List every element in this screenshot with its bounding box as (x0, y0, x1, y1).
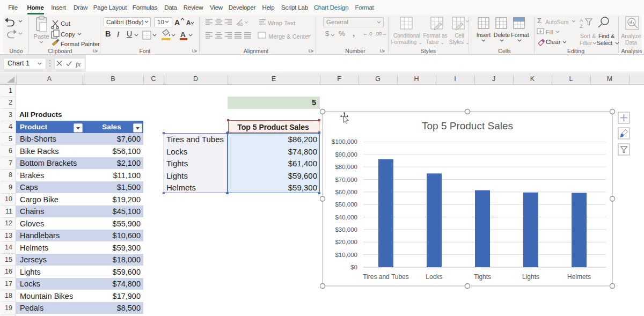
svg-text:$0: $0 (350, 264, 357, 270)
svg-text:A: A (174, 18, 180, 27)
svg-text:$100,000: $100,000 (332, 138, 357, 145)
svg-text:$40,000: $40,000 (335, 214, 357, 221)
svg-text:Tires and Tubes: Tires and Tubes (363, 273, 409, 281)
svg-text:$80,000: $80,000 (335, 164, 357, 170)
svg-text:ab: ab (238, 21, 243, 27)
svg-text:fx: fx (76, 60, 81, 68)
svg-text:Tights: Tights (474, 273, 491, 281)
svg-text:Helmets: Helmets (567, 273, 591, 281)
svg-text:A: A (580, 17, 583, 23)
svg-text:$30,000: $30,000 (335, 226, 357, 233)
svg-text:$10,000: $10,000 (335, 252, 357, 258)
svg-text:$50,000: $50,000 (335, 201, 357, 208)
svg-text:$60,000: $60,000 (335, 189, 357, 195)
svg-text:A: A (180, 31, 186, 39)
svg-text:Z: Z (580, 23, 583, 29)
svg-text:A: A (186, 19, 191, 26)
svg-text:$70,000: $70,000 (335, 177, 357, 183)
svg-text:$20,000: $20,000 (335, 239, 357, 245)
svg-text:Lights: Lights (522, 273, 539, 281)
svg-text:Top 5 Product Sales: Top 5 Product Sales (422, 120, 513, 131)
svg-text:$90,000: $90,000 (335, 151, 357, 158)
svg-text:Locks: Locks (426, 273, 442, 281)
